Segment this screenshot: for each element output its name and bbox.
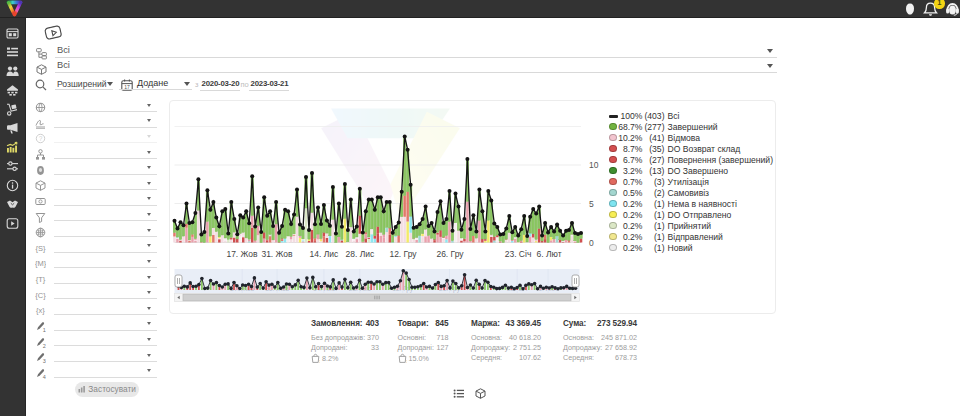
svg-text:{х}: {х} — [36, 307, 45, 316]
svg-text:x: x — [406, 359, 407, 363]
svg-text:{T}: {T} — [36, 275, 46, 284]
svg-text:1: 1 — [43, 327, 46, 332]
svg-text:?: ? — [39, 135, 43, 142]
svg-text:{C}: {C} — [35, 291, 46, 300]
svg-text:2: 2 — [43, 342, 46, 347]
svg-text:{M}: {M} — [35, 260, 46, 269]
svg-text:4: 4 — [43, 373, 46, 378]
svg-text:3: 3 — [43, 358, 46, 363]
svg-text:x: x — [319, 359, 320, 363]
svg-text:{S}: {S} — [35, 244, 46, 253]
